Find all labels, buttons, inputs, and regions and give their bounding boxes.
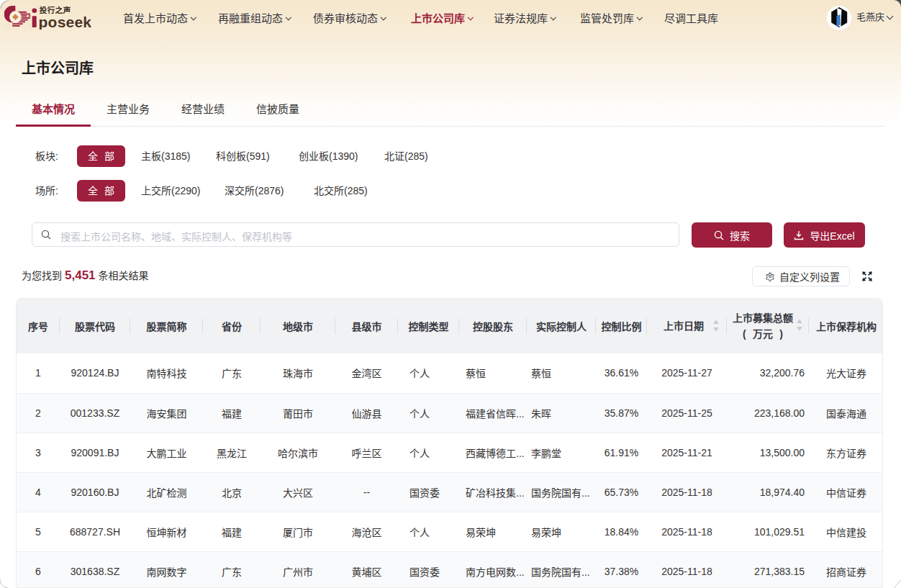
svg-text:poseek: poseek [39,14,92,30]
